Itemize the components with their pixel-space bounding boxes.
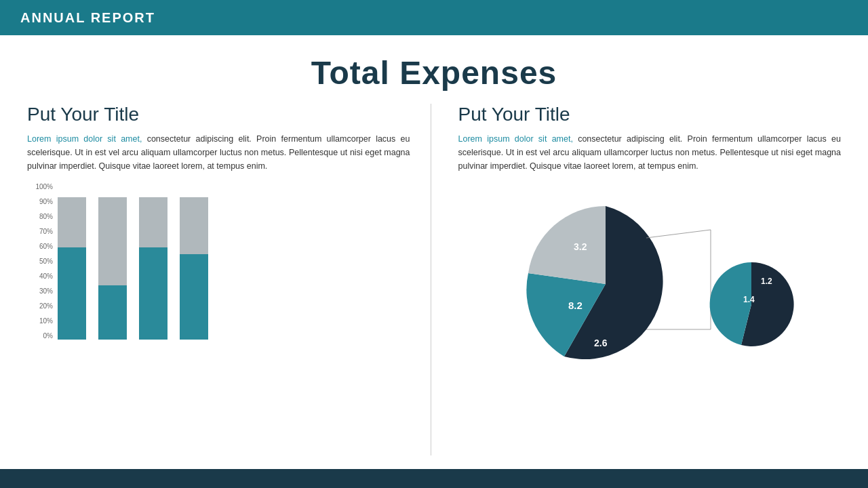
bar-4-teal — [180, 254, 208, 340]
pie-main-slice-gray — [528, 206, 606, 284]
y-label-20: 20% — [27, 303, 53, 310]
bar-1-gray — [58, 197, 86, 247]
left-section-title: Put Your Title — [27, 104, 410, 125]
y-label-60: 60% — [27, 243, 53, 250]
main-title: Total Expenses — [0, 54, 868, 92]
pie-label-82: 8.2 — [568, 300, 583, 311]
bar-3-gray — [139, 197, 167, 247]
bars-group — [58, 197, 208, 340]
main-title-bold: Expenses — [399, 55, 557, 91]
slide: ANNUAL REPORT Total Expenses Put Your Ti… — [0, 0, 868, 488]
pie-label-32: 3.2 — [574, 241, 587, 252]
left-panel: Put Your Title Lorem ipsum dolor sit ame… — [27, 104, 431, 455]
right-section-text: Lorem ipsum dolor sit amet, consectetur … — [458, 132, 842, 173]
bar-stack-4 — [180, 197, 208, 340]
bar-3 — [139, 197, 167, 340]
bar-2-gray — [98, 197, 127, 285]
right-lorem-highlight: Lorem ipsum dolor sit amet, — [458, 134, 573, 144]
right-panel: Put Your Title Lorem ipsum dolor sit ame… — [431, 104, 842, 455]
y-label-40: 40% — [27, 273, 53, 280]
main-title-area: Total Expenses — [0, 35, 868, 104]
pie-label-26: 2.6 — [594, 338, 608, 348]
pie-chart-svg: 8.2 2.6 3.2 — [500, 184, 799, 367]
bar-chart-container: 0% 10% 20% 30% 40% 50% 60% 70% 80% 90% 1… — [27, 184, 410, 340]
y-label-50: 50% — [27, 258, 53, 265]
bar-2-teal — [98, 285, 127, 340]
content-area: Put Your Title Lorem ipsum dolor sit ame… — [0, 104, 868, 469]
bar-stack-3 — [139, 197, 167, 340]
bar-1 — [58, 197, 86, 340]
bar-stack-2 — [98, 197, 127, 340]
y-label-0: 0% — [27, 333, 53, 340]
right-section-title: Put Your Title — [458, 104, 842, 125]
y-label-70: 70% — [27, 228, 53, 235]
left-section-text: Lorem ipsum dolor sit amet, consectetur … — [27, 132, 410, 173]
header-title: ANNUAL REPORT — [20, 10, 155, 26]
footer-bar — [0, 469, 868, 488]
y-label-90: 90% — [27, 199, 53, 205]
pie-chart-area: 8.2 2.6 3.2 — [458, 184, 842, 367]
pie-small-label-12: 1.2 — [761, 277, 772, 286]
bar-stack-1 — [58, 197, 86, 340]
y-label-30: 30% — [27, 288, 53, 295]
left-lorem-highlight: Lorem ipsum dolor sit amet, — [27, 134, 142, 144]
bar-4 — [180, 197, 208, 340]
y-label-100: 100% — [27, 184, 53, 190]
y-label-10: 10% — [27, 318, 53, 325]
y-label-80: 80% — [27, 214, 53, 220]
pie-small-label-14: 1.4 — [743, 295, 755, 304]
bar-3-teal — [139, 247, 167, 340]
bar-1-teal — [58, 247, 86, 340]
bar-4-gray — [180, 197, 208, 254]
bar-2 — [98, 197, 127, 340]
header-bar: ANNUAL REPORT — [0, 0, 868, 35]
connector-line-top — [646, 230, 711, 238]
y-axis: 0% 10% 20% 30% 40% 50% 60% 70% 80% 90% 1… — [27, 184, 53, 340]
main-title-normal: Total — [311, 55, 390, 91]
